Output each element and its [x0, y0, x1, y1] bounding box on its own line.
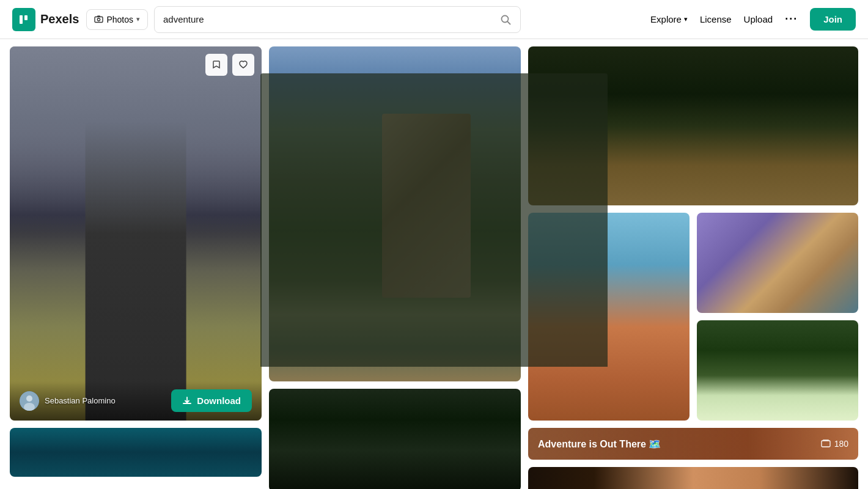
jeep-body: [528, 73, 608, 205]
svg-rect-16: [97, 16, 100, 17]
dropdown-chevron-icon: ▾: [136, 15, 140, 23]
logo[interactable]: Pexels: [12, 8, 79, 31]
upload-link[interactable]: Upload: [744, 14, 773, 24]
collection-name-area: Adventure is Out There 🗺️: [538, 438, 661, 450]
card-action-icons: [205, 54, 254, 76]
search-icon: [499, 13, 512, 26]
collection-banner[interactable]: Adventure is Out There 🗺️ 180: [528, 428, 858, 460]
more-options-button[interactable]: ···: [785, 13, 798, 26]
grid-column-3: Adventure is Out There 🗺️ 180: [528, 46, 858, 489]
search-submit-button[interactable]: [499, 13, 512, 26]
bookmark-icon-button[interactable]: [205, 54, 227, 76]
svg-rect-22: [822, 441, 830, 447]
svg-rect-12: [20, 15, 23, 24]
collection-photos-icon: [821, 439, 831, 449]
download-photo-button[interactable]: Download: [171, 389, 252, 412]
jeep-photo-card[interactable]: [528, 46, 858, 205]
teal-image: [10, 428, 262, 477]
search-container: [154, 6, 521, 33]
grid-column-1: Sebastian Palomino Download: [10, 46, 262, 489]
teal-photo-card[interactable]: [10, 428, 262, 477]
card-bottom-overlay: Sebastian Palomino Download: [10, 381, 262, 421]
photographer-credit: Sebastian Palomino: [20, 391, 116, 411]
road-image: [10, 46, 262, 421]
photographer-name-label: Sebastian Palomino: [45, 396, 116, 405]
right-photo-stack: [697, 213, 858, 421]
svg-rect-14: [95, 17, 103, 23]
photographer-avatar: [20, 391, 39, 411]
svg-point-15: [98, 18, 100, 21]
camera-icon: [94, 15, 103, 24]
search-input[interactable]: [163, 14, 499, 24]
svg-line-18: [507, 21, 510, 24]
download-icon: [182, 396, 192, 406]
photos-type-dropdown[interactable]: Photos ▾: [86, 9, 148, 30]
cave-photo-card[interactable]: [528, 467, 858, 489]
svg-rect-13: [24, 15, 28, 20]
header-nav-right: Explore ▾ License Upload ··· Join: [650, 8, 856, 31]
brand-name: Pexels: [40, 12, 79, 26]
girl-beach-image: [697, 213, 858, 313]
dark-forest-image: [269, 389, 521, 489]
download-label-text: Download: [197, 395, 241, 406]
girl-beach-photo-card[interactable]: [697, 213, 858, 313]
photos-label: Photos: [106, 15, 133, 24]
explore-menu[interactable]: Explore ▾: [650, 14, 688, 24]
bookmark-icon: [211, 60, 221, 70]
collection-photo-count: 180: [821, 439, 848, 449]
svg-point-20: [26, 395, 32, 402]
jeep-image: [528, 46, 858, 205]
bright-forest-image: [697, 320, 858, 421]
collection-map-icon: 🗺️: [649, 439, 661, 449]
explore-chevron-icon: ▾: [684, 15, 688, 23]
collection-name: Adventure is Out There 🗺️: [538, 438, 661, 450]
dark-forest-photo-card[interactable]: [269, 389, 521, 489]
photo-masonry-grid: Sebastian Palomino Download: [0, 39, 868, 489]
heart-icon: [238, 60, 248, 70]
svg-rect-23: [823, 439, 829, 441]
collection-info: Adventure is Out There 🗺️ 180: [528, 428, 858, 460]
join-button[interactable]: Join: [810, 8, 856, 31]
cave-image: [528, 467, 858, 489]
like-icon-button[interactable]: [232, 54, 254, 76]
road-photo-card[interactable]: Sebastian Palomino Download: [10, 46, 262, 421]
bright-forest-photo-card[interactable]: [697, 320, 858, 421]
logo-brand-icon: [12, 8, 35, 31]
license-link[interactable]: License: [700, 14, 732, 24]
